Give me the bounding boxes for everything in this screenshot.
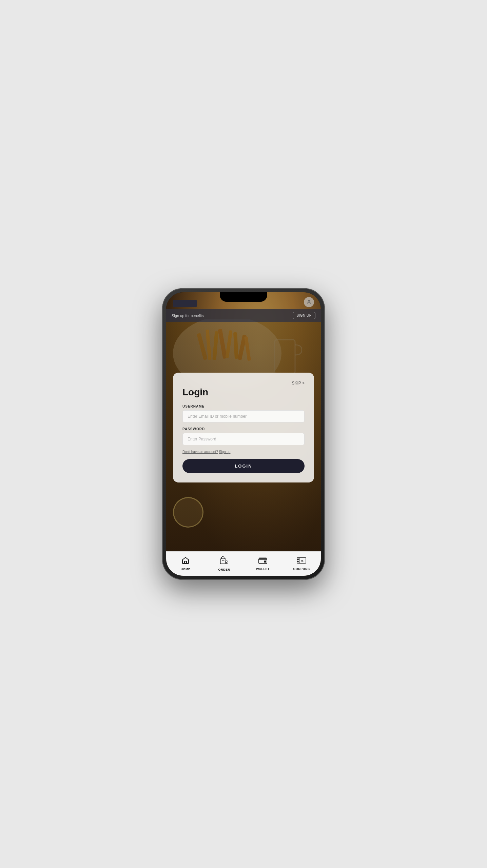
- wallet-label: WALLET: [256, 567, 270, 571]
- login-title: Login: [182, 387, 305, 398]
- phone-screen: Sign up for benefits SIGN UP SKIP > Logi…: [166, 292, 321, 576]
- app-screen: Sign up for benefits SIGN UP SKIP > Logi…: [166, 292, 321, 576]
- main-content-area: SKIP > Login USERNAME PASSWORD Don't hav…: [166, 322, 321, 551]
- nav-item-wallet[interactable]: WALLET: [244, 552, 282, 576]
- wallet-icon: [258, 557, 267, 566]
- skip-button[interactable]: SKIP >: [292, 381, 305, 386]
- nav-item-coupons[interactable]: % COUPONS: [282, 552, 321, 576]
- username-input[interactable]: [182, 410, 305, 422]
- coupons-label: COUPONS: [293, 567, 310, 571]
- nav-item-order[interactable]: ORDER: [205, 552, 244, 576]
- svg-point-10: [308, 300, 310, 302]
- svg-point-18: [297, 559, 298, 560]
- svg-point-15: [264, 561, 266, 563]
- order-label: ORDER: [218, 568, 230, 571]
- password-label: PASSWORD: [182, 427, 305, 431]
- coupons-icon: %: [297, 557, 306, 566]
- username-label: USERNAME: [182, 405, 305, 408]
- forgot-link[interactable]: Don't have an account? Sign up: [182, 450, 305, 454]
- home-label: HOME: [181, 568, 191, 571]
- home-icon: [181, 556, 190, 567]
- phone-device: Sign up for benefits SIGN UP SKIP > Logi…: [162, 288, 325, 580]
- order-icon: [220, 556, 229, 567]
- skip-row: SKIP >: [182, 381, 305, 386]
- login-button[interactable]: LOGIN: [182, 459, 305, 473]
- bottom-navigation: HOME ORDER: [166, 551, 321, 576]
- signup-banner-button[interactable]: SIGN UP: [293, 312, 315, 319]
- svg-text:%: %: [301, 559, 304, 563]
- nav-item-home[interactable]: HOME: [166, 552, 205, 576]
- login-card: SKIP > Login USERNAME PASSWORD Don't hav…: [173, 373, 314, 482]
- banner-text: Sign up for benefits: [172, 314, 204, 318]
- svg-rect-12: [220, 559, 226, 564]
- password-input[interactable]: [182, 433, 305, 445]
- svg-point-19: [297, 561, 298, 562]
- glass-decoration: [173, 497, 203, 528]
- top-banner: Sign up for benefits SIGN UP: [166, 309, 321, 322]
- profile-icon-button[interactable]: [304, 297, 314, 307]
- app-logo: [173, 300, 197, 307]
- svg-rect-11: [184, 561, 187, 564]
- phone-notch: [220, 292, 267, 302]
